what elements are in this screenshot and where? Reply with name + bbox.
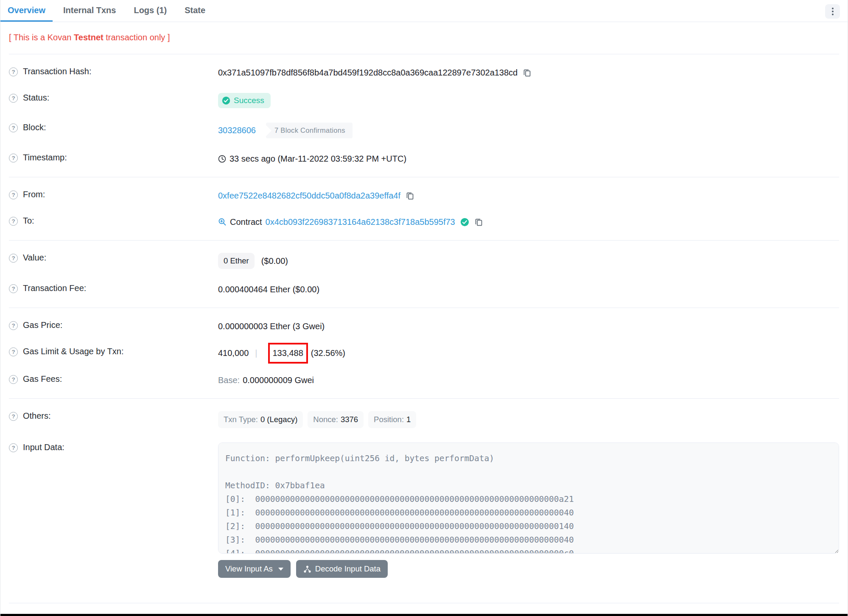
help-icon[interactable]: [9, 284, 18, 293]
copy-icon: [406, 191, 414, 200]
help-icon[interactable]: [9, 190, 18, 199]
row-label-text: To:: [23, 216, 34, 226]
zoom-in-icon[interactable]: [218, 218, 227, 226]
row-status: Status: Success: [9, 86, 839, 115]
gas-price-value: 0.000000003 Ether (3 Gwei): [218, 322, 325, 331]
copy-icon: [474, 218, 483, 227]
row-gas-fees: Gas Fees: Base: 0.000000009 Gwei: [9, 367, 839, 393]
position-badge: Position:1: [368, 411, 416, 428]
help-icon[interactable]: [9, 94, 18, 103]
badge-label: Txn Type:: [224, 415, 258, 424]
section-others: Others: Txn Type:0 (Legacy) Nonce:3376 P…: [9, 399, 839, 590]
button-label: View Input As: [225, 564, 273, 574]
base-fee-label: Base:: [218, 375, 240, 385]
input-data-actions: View Input As Decode Input Data: [218, 560, 839, 578]
tab-state[interactable]: State: [177, 0, 213, 22]
txn-type-badge: Txn Type:0 (Legacy): [218, 411, 303, 428]
timestamp-value: 33 secs ago (Mar-11-2022 03:59:32 PM +UT…: [229, 154, 406, 164]
row-label-text: Gas Limit & Usage by Txn:: [23, 347, 124, 356]
testnet-notice: [ This is a Kovan Testnet transaction on…: [9, 33, 839, 42]
copy-icon: [523, 68, 532, 77]
help-icon[interactable]: [9, 154, 18, 162]
row-from: From: 0xfee7522e8482682cf50ddc50a0f8da2a…: [9, 182, 839, 209]
help-icon[interactable]: [9, 217, 18, 226]
from-address-link[interactable]: 0xfee7522e8482682cf50ddc50a0f8da2a39effa…: [218, 191, 400, 201]
row-label-text: Status:: [23, 93, 49, 103]
separator: |: [255, 348, 257, 358]
row-gas-limit-usage: Gas Limit & Usage by Txn: 410,000 | 133,…: [9, 339, 839, 367]
transaction-fee-value: 0.000400464 Ether ($0.00): [218, 285, 319, 294]
transaction-overview-page: Overview Internal Txns Logs (1) State [ …: [0, 0, 848, 616]
copy-hash-button[interactable]: [523, 68, 532, 77]
row-to: To: Contract 0x4cb093f226983713164a62138…: [9, 209, 839, 235]
base-fee-value: 0.000000009 Gwei: [243, 375, 314, 385]
overview-content: [ This is a Kovan Testnet transaction on…: [0, 33, 848, 603]
section-parties: From: 0xfee7522e8482682cf50ddc50a0f8da2a…: [9, 177, 839, 240]
notice-bold: Testnet: [74, 33, 104, 42]
row-value: Value: 0 Ether ($0.00): [9, 246, 839, 276]
transaction-hash-value: 0x371a51097fb78df856f8b4a7bd459f192d8cc8…: [218, 68, 518, 78]
block-number-link[interactable]: 30328606: [218, 126, 256, 135]
tab-overview[interactable]: Overview: [0, 0, 53, 22]
row-transaction-fee: Transaction Fee: 0.000400464 Ether ($0.0…: [9, 276, 839, 302]
row-timestamp: Timestamp: 33 secs ago (Mar-11-2022 03:5…: [9, 146, 839, 172]
help-icon[interactable]: [9, 321, 18, 330]
row-transaction-hash: Transaction Hash: 0x371a51097fb78df856f8…: [9, 59, 839, 86]
tab-internal-txns[interactable]: Internal Txns: [56, 0, 123, 22]
row-label-text: Value:: [23, 253, 46, 263]
row-label-text: Transaction Hash:: [23, 67, 92, 76]
kebab-icon: [832, 8, 834, 9]
copy-from-button[interactable]: [406, 191, 414, 200]
ether-value-badge: 0 Ether: [218, 253, 255, 269]
status-text: Success: [234, 96, 264, 105]
help-icon[interactable]: [9, 123, 18, 132]
help-icon[interactable]: [9, 347, 18, 356]
check-circle-icon: [222, 96, 230, 105]
gas-usage-value: 133,488: [273, 348, 303, 358]
row-block: Block: 30328606 7 Block Confirmations: [9, 115, 839, 146]
annotation-box: 133,488: [268, 343, 308, 364]
verified-check-icon: [460, 218, 469, 227]
chevron-down-icon: [278, 568, 283, 571]
section-value: Value: 0 Ether ($0.00) Transaction Fee: …: [9, 241, 839, 308]
help-icon[interactable]: [9, 443, 18, 452]
decode-input-data-button[interactable]: Decode Input Data: [296, 560, 388, 578]
clock-icon: [218, 155, 226, 163]
notice-prefix: [ This is a Kovan: [9, 33, 74, 42]
badge-value: 3376: [341, 415, 358, 424]
row-label-text: Block:: [23, 123, 46, 132]
status-badge: Success: [218, 93, 271, 108]
row-label-text: Gas Fees:: [23, 374, 62, 384]
help-icon[interactable]: [9, 375, 18, 384]
badge-label: Nonce:: [313, 415, 338, 424]
input-data-textarea[interactable]: [218, 442, 839, 554]
tab-bar: Overview Internal Txns Logs (1) State: [0, 0, 848, 22]
tab-logs[interactable]: Logs (1): [126, 0, 174, 22]
decode-icon: [303, 565, 311, 573]
row-others: Others: Txn Type:0 (Legacy) Nonce:3376 P…: [9, 404, 839, 435]
window-bottom-edge: [0, 614, 848, 616]
kebab-menu-button[interactable]: [825, 4, 840, 19]
row-label-text: Transaction Fee:: [23, 283, 86, 293]
gas-usage-percent: (32.56%): [311, 348, 345, 358]
row-input-data: Input Data: View Input As Decode Input D…: [9, 435, 839, 585]
button-label: Decode Input Data: [315, 564, 381, 574]
help-icon[interactable]: [9, 254, 18, 263]
view-input-as-button[interactable]: View Input As: [218, 560, 291, 578]
badge-value: 0 (Legacy): [260, 415, 297, 424]
notice-suffix: transaction only ]: [104, 33, 170, 42]
help-icon[interactable]: [9, 67, 18, 76]
row-label-text: Input Data:: [23, 442, 64, 452]
row-label-text: Gas Price:: [23, 320, 62, 330]
row-label-text: Timestamp:: [23, 153, 67, 162]
nonce-badge: Nonce:3376: [308, 411, 364, 428]
help-icon[interactable]: [9, 412, 18, 421]
to-address-link[interactable]: 0x4cb093f226983713164a62138c3f718a5b595f…: [266, 217, 455, 227]
to-contract-label: Contract: [230, 217, 262, 227]
copy-to-button[interactable]: [474, 218, 483, 227]
usd-value: ($0.00): [261, 256, 288, 266]
section-summary: Transaction Hash: 0x371a51097fb78df856f8…: [9, 54, 839, 177]
badge-value: 1: [406, 415, 411, 424]
gas-limit-value: 410,000: [218, 348, 249, 358]
badge-label: Position:: [374, 415, 404, 424]
